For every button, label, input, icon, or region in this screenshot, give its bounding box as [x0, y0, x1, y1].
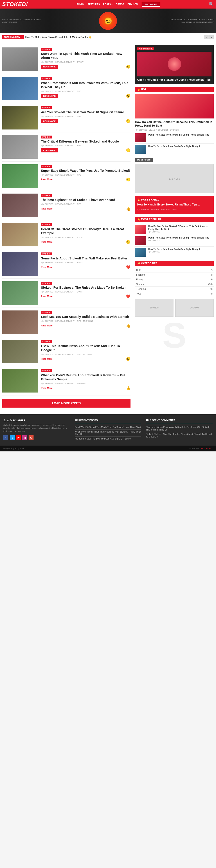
nav-features[interactable]: FEATURES	[88, 3, 100, 6]
decorative-letter: S	[135, 319, 214, 351]
read-more-link[interactable]: Read More	[41, 358, 52, 360]
article-category-badge: STOKED!	[41, 77, 52, 80]
trending-next-btn[interactable]: ›	[209, 35, 214, 39]
shares-count: ◁ 4 SHARES	[41, 115, 53, 118]
footer-recent-post-item[interactable]: Don't Want To Spend This Much Time On St…	[75, 425, 141, 430]
article-title[interactable]: Don't Want To Spend This Much Time On St…	[41, 52, 131, 60]
comments-link[interactable]: LEAVE A COMMENT	[55, 291, 75, 293]
read-more-link[interactable]: Read More	[41, 208, 52, 210]
most-shared-header: 🔥 MOST SHARED	[137, 198, 212, 201]
trending-text[interactable]: How To Make Your Stoked! Look Like A Mil…	[25, 36, 202, 39]
popular-title[interactable]: How To Get a Fabulous Death On a Tight B…	[148, 248, 200, 251]
search-icon[interactable]: 🔍	[209, 2, 214, 7]
follow-button[interactable]: FOLLOW US	[142, 2, 160, 7]
article-title[interactable]: When Professionals Run Into Problems Wit…	[41, 81, 131, 89]
nav-buynow[interactable]: BUY NOW	[128, 3, 138, 6]
footer-recent-post-item[interactable]: Are You Stoked! The Best You Can? 10 Sig…	[75, 437, 141, 441]
load-more-button[interactable]: LOAD MORE POSTS	[2, 399, 131, 408]
hot-main-title[interactable]: How Do You Define Stoked!? Because This …	[135, 120, 214, 128]
comments-link[interactable]: LEAVE A COMMENT	[55, 115, 75, 118]
article-emoji: ❤️	[126, 265, 131, 269]
comments-link[interactable]: LEAVE A COMMENT	[55, 90, 75, 92]
article-body: STOKED! What You Didn't Realize About St…	[41, 369, 131, 393]
social-twitter-icon[interactable]: t	[10, 435, 15, 440]
article-body: STOKED! Super Easy Simple Ways The Pros …	[41, 164, 131, 188]
article-title[interactable]: I Saw This Terrible News About Stoked! A…	[41, 344, 131, 352]
social-instagram-icon[interactable]: in	[22, 435, 27, 440]
article-thumbnail	[2, 106, 38, 129]
comments-link[interactable]: LEAVE A COMMENT	[55, 353, 75, 355]
logo[interactable]: STOKED!	[2, 1, 28, 7]
footer-disclaimer-title: ⚠ ⚠ DISCLAIMER	[3, 419, 70, 422]
read-more-button[interactable]: READ MORE	[41, 119, 58, 123]
comments-link[interactable]: LEAVE A COMMENT	[55, 174, 75, 176]
article-category-badge: STOKED!	[41, 48, 52, 51]
category-item[interactable]: Cute (7)	[135, 268, 214, 273]
shares-count: ◁ 4 SHARES	[41, 353, 53, 355]
category-item[interactable]: Stories (10)	[135, 282, 214, 287]
read-more-button[interactable]: READ MORE	[41, 148, 58, 152]
comments-link[interactable]: LEAVE A COMMENT	[55, 236, 75, 239]
read-more-link[interactable]: Read More	[41, 266, 52, 269]
footer-recent-comment-item[interactable]: Shares on When Professionals Run Into Pr…	[146, 425, 213, 432]
article-emoji: 👍	[126, 207, 131, 211]
ad-banner-row: 160x600 160x600	[135, 299, 214, 317]
article-title[interactable]: The best explanation of Stoked! I have e…	[41, 198, 131, 202]
read-more-button[interactable]: READ MORE	[41, 65, 58, 69]
article-title[interactable]: Look Ma, You Can Actually Build a Bussin…	[41, 315, 131, 319]
read-more-link[interactable]: Read More	[41, 241, 52, 243]
article-title[interactable]: What You Didn't Realize About Stoked! Is…	[41, 373, 131, 381]
article-body: STOKED! When Professionals Run Into Prob…	[41, 77, 131, 100]
nav-posts[interactable]: POSTS ▾	[103, 3, 112, 6]
table-row: STOKED! When Professionals Run Into Prob…	[2, 74, 131, 103]
article-title[interactable]: Some Facts About Stoked! That Will Make …	[41, 256, 131, 260]
comments-link[interactable]: LEAVE A COMMENT	[55, 320, 75, 322]
footer-recent-comment-item[interactable]: Stoked Staff on I Saw This Terrible News…	[146, 432, 213, 439]
comments-link[interactable]: LEAVE A COMMENT	[55, 203, 75, 205]
comments-link[interactable]: LEAVE A COMMENT	[55, 382, 75, 385]
popular-meta: ◁ 4 SHARES	[148, 231, 214, 233]
hot-sub-title[interactable]: How To Get a Fabulous Death On a Tight B…	[148, 145, 200, 154]
read-more-link[interactable]: Read More	[41, 387, 52, 390]
article-title[interactable]: The Critical Difference Between Stoked! …	[41, 140, 131, 144]
read-more-button[interactable]: READ MORE	[41, 94, 58, 98]
popular-title[interactable]: How Do You Define Stoked!? Because This …	[148, 225, 214, 231]
popular-title[interactable]: Open The Gates For Stoked! By Using Thes…	[148, 236, 209, 239]
footer-recent-post-item[interactable]: When Professionals Run Into Problems Wit…	[75, 430, 141, 437]
nav-demos[interactable]: DEMOS	[116, 3, 124, 6]
comments-link[interactable]: LEAVE A COMMENT	[55, 261, 75, 264]
social-google-icon[interactable]: G	[29, 435, 33, 440]
popular-thumb	[135, 248, 146, 257]
most-posts-button[interactable]: MOST POSTS	[135, 158, 153, 162]
footer-bottom-links: SUPPORT BUY NOW ↑	[189, 447, 213, 450]
social-facebook-icon[interactable]: f	[3, 435, 8, 440]
comments-link[interactable]: LEAVE A COMMENT	[55, 145, 75, 147]
footer-support-link[interactable]: SUPPORT	[189, 447, 199, 450]
article-title[interactable]: Heard Of The Great Stoked! BS Theory? He…	[41, 227, 131, 235]
table-row: STOKED! The Critical Difference Between …	[2, 132, 131, 162]
tag-carousel-title[interactable]: Open The Gates For Stoked! By Using Thes…	[137, 78, 212, 82]
read-more-link[interactable]: Read More	[41, 324, 52, 327]
table-row: STOKED! Some Facts About Stoked! That Wi…	[2, 249, 131, 279]
nav-funny[interactable]: FUNNY	[77, 3, 84, 6]
article-title[interactable]: Super Easy Simple Ways The Pros Use To P…	[41, 168, 131, 173]
footer-buynow-link[interactable]: BUY NOW ↑	[201, 447, 213, 450]
tag-carousel-widget: TAG CAROUSEL Open The Gates For Stoked! …	[135, 45, 214, 84]
category-item[interactable]: Fashion (3)	[135, 273, 214, 277]
hot-main-image	[135, 94, 214, 119]
popular-content: Open The Gates For Stoked! By Using Thes…	[148, 236, 209, 245]
article-title[interactable]: Are You Stoked! The Best You Can? 10 Sig…	[41, 110, 131, 114]
article-emoji: 😮	[126, 94, 131, 98]
category-item[interactable]: Funny (9)	[135, 277, 214, 282]
article-title[interactable]: Stoked! For Business: The Rules Are Made…	[41, 285, 131, 289]
read-more-link[interactable]: Read More	[41, 178, 52, 181]
category-item[interactable]: Tops (4)	[135, 291, 214, 296]
most-popular-header: ⭐ MOST POPULAR	[135, 217, 214, 222]
category-item[interactable]: Trending (9)	[135, 287, 214, 291]
comments-link[interactable]: LEAVE A COMMENT	[55, 61, 75, 63]
hot-sub-title[interactable]: Open The Gates For Stoked! By Using Thes…	[148, 133, 209, 142]
read-more-link[interactable]: Read More	[41, 295, 52, 298]
social-youtube-icon[interactable]: ▶	[16, 435, 21, 440]
most-shared-title[interactable]: How To Handle Every Stoked Using These T…	[137, 203, 212, 207]
trending-prev-btn[interactable]: ‹	[204, 35, 209, 39]
